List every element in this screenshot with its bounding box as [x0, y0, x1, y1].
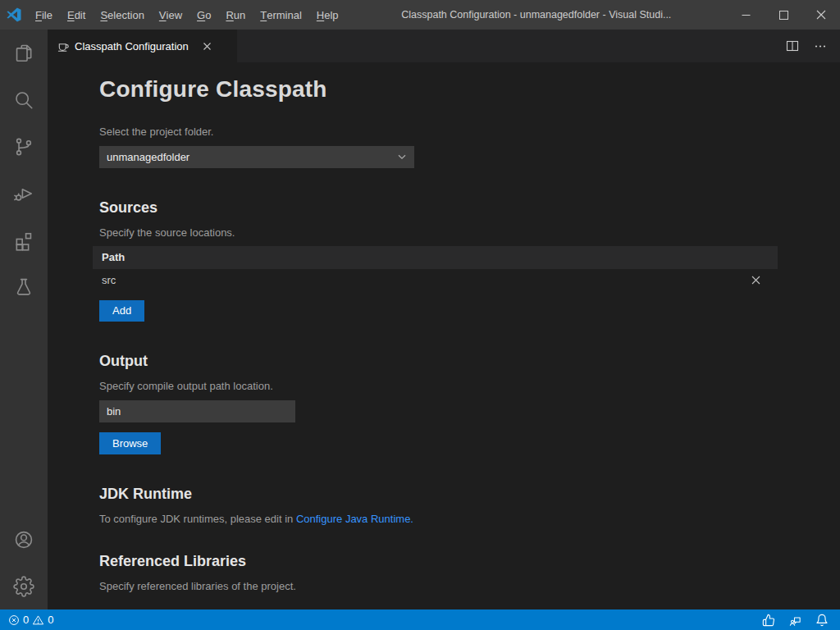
- menu-help[interactable]: Help: [309, 0, 346, 30]
- browse-output-button[interactable]: Browse: [99, 432, 161, 454]
- sources-table-header: Path: [93, 246, 778, 269]
- project-folder-select[interactable]: unmanagedfolder: [99, 146, 414, 168]
- java-cup-icon: [56, 39, 69, 52]
- tab-close-icon[interactable]: [201, 39, 214, 52]
- referenced-libraries-description: Specify referenced libraries of the proj…: [99, 580, 778, 592]
- menu-go[interactable]: Go: [189, 0, 218, 30]
- output-heading: Output: [99, 353, 778, 370]
- menu-bar: File Edit Selection View Go Run Terminal…: [28, 0, 346, 30]
- chevron-down-icon: [397, 152, 407, 162]
- menu-terminal[interactable]: Terminal: [253, 0, 309, 30]
- split-editor-icon[interactable]: [783, 36, 802, 56]
- vscode-logo: [0, 0, 28, 30]
- output-description: Specify compile output path location.: [99, 380, 778, 392]
- window-controls: [727, 0, 840, 30]
- project-folder-value: unmanagedfolder: [107, 151, 189, 163]
- error-count: 0: [23, 614, 29, 626]
- editor-actions: [783, 30, 840, 62]
- menu-edit[interactable]: Edit: [60, 0, 93, 30]
- sources-table: Path src: [93, 246, 778, 292]
- classpath-configuration-page: Configure Classpath Select the project f…: [48, 62, 840, 609]
- configure-java-runtime-link[interactable]: Configure Java Runtime.: [296, 513, 413, 525]
- menu-run[interactable]: Run: [218, 0, 253, 30]
- maximize-icon[interactable]: [765, 0, 802, 30]
- run-debug-icon[interactable]: [0, 170, 48, 217]
- menu-selection[interactable]: Selection: [93, 0, 151, 30]
- jdk-runtime-heading: JDK Runtime: [99, 486, 778, 503]
- jdk-runtime-text: To configure JDK runtimes, please edit i…: [99, 513, 778, 525]
- tab-classpath-configuration[interactable]: Classpath Configuration: [48, 30, 238, 62]
- jdk-runtime-text-before-link: To configure JDK runtimes, please edit i…: [99, 513, 296, 525]
- tab-label: Classpath Configuration: [75, 40, 189, 52]
- problems-indicator[interactable]: 0 0: [8, 614, 53, 626]
- warning-count: 0: [48, 614, 53, 626]
- error-icon: [8, 614, 20, 626]
- source-row[interactable]: src: [93, 269, 778, 292]
- minimize-icon[interactable]: [727, 0, 765, 30]
- menu-view[interactable]: View: [152, 0, 189, 30]
- account-icon[interactable]: [0, 516, 48, 563]
- column-path: Path: [102, 251, 125, 263]
- search-icon[interactable]: [0, 76, 48, 123]
- settings-gear-icon[interactable]: [0, 563, 48, 609]
- testing-icon[interactable]: [0, 263, 48, 310]
- source-path-value: src: [102, 274, 116, 286]
- window-title: Classpath Configuration - unmanagedfolde…: [346, 9, 727, 21]
- page-title: Configure Classpath: [99, 75, 778, 103]
- activity-bar: [0, 30, 48, 609]
- referenced-libraries-heading: Referenced Libraries: [99, 553, 778, 570]
- remove-source-icon[interactable]: [749, 274, 762, 287]
- feedback-icon[interactable]: [788, 614, 802, 627]
- tab-bar: Classpath Configuration: [48, 30, 840, 62]
- bell-icon[interactable]: [815, 614, 829, 627]
- more-actions-icon[interactable]: [810, 36, 830, 56]
- project-folder-label: Select the project folder.: [99, 126, 778, 138]
- explorer-icon[interactable]: [0, 30, 48, 76]
- title-bar: File Edit Selection View Go Run Terminal…: [0, 0, 840, 30]
- close-icon[interactable]: [802, 0, 840, 30]
- extensions-icon[interactable]: [0, 217, 48, 263]
- output-path-input[interactable]: [99, 400, 295, 422]
- sources-heading: Sources: [99, 199, 778, 217]
- thumbsup-icon[interactable]: [762, 614, 775, 627]
- warning-icon: [32, 614, 44, 626]
- menu-file[interactable]: File: [28, 0, 60, 30]
- add-source-button[interactable]: Add: [99, 300, 144, 322]
- status-bar: 0 0: [0, 609, 840, 630]
- sources-description: Specify the source locations.: [99, 226, 778, 239]
- source-control-icon[interactable]: [0, 123, 48, 170]
